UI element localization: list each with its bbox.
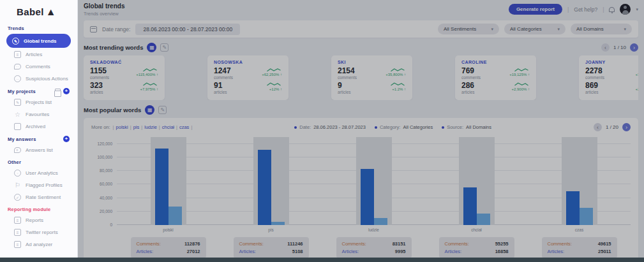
user-menu-chevron-down-icon[interactable]: ▾ — [636, 7, 638, 12]
bullet-icon — [375, 126, 377, 129]
popular-prev-button[interactable]: ‹ — [594, 123, 602, 131]
word-link-ludzie[interactable]: ludzie — [144, 124, 157, 130]
stat-articles-value: 25011 — [598, 248, 611, 256]
sidebar-section-trends: Trends — [0, 22, 77, 33]
chart-meta: Date: 28.06.2023 - 28.07.2023 Category: … — [294, 124, 491, 130]
sidebar-item-reports[interactable]: ≡ Reports — [0, 214, 77, 226]
stat-comments-value: 83151 — [393, 240, 406, 248]
y-tick-label: 100,000 — [98, 155, 113, 159]
sidebar-item-answers-list[interactable]: ≡ Answers list — [0, 144, 77, 156]
popular-pagination: 1 / 20 — [606, 124, 618, 130]
comments-bar — [155, 149, 168, 225]
sparkline-icon — [513, 67, 530, 73]
bullet-icon — [294, 126, 297, 129]
trending-edit-button[interactable]: ✎ — [160, 43, 168, 52]
archive-icon — [14, 123, 21, 130]
comments-change: +3,250% ↑ — [635, 73, 638, 76]
sidebar-item-twitter-reports[interactable]: ≡ Twitter reports — [0, 226, 77, 238]
sidebar-item-flagged-profiles[interactable]: ⚐ Flagged Profiles — [0, 179, 77, 191]
more-on-label: More on: — [91, 124, 110, 130]
meta-category: Category: All Categories — [375, 124, 433, 130]
stat-articles-value: 27012 — [187, 248, 200, 256]
user-avatar[interactable] — [620, 4, 631, 15]
trending-word: NOSOWSKA — [214, 60, 282, 64]
main-content: Global trends Trends overview Generate r… — [78, 0, 644, 262]
comments-change: +19,125% ↑ — [509, 73, 530, 76]
twitter-report-icon: ≡ — [14, 229, 21, 236]
chevron-down-icon: ▾ — [624, 27, 626, 32]
sidebar-item-projects-list[interactable]: ✎ Projects list — [0, 96, 77, 108]
sidebar-item-archived[interactable]: Archived — [0, 120, 77, 133]
popular-table-view-button[interactable]: ▦ — [145, 105, 154, 115]
date-range-value[interactable]: 28.06.2023 00:00 - 28.07.2023 00:00 — [135, 24, 240, 35]
add-answer-button[interactable]: + — [63, 136, 70, 142]
y-tick-label: 0 — [110, 222, 112, 227]
articles-bar — [580, 208, 593, 225]
x-tick-label: czas — [528, 228, 631, 232]
trending-card[interactable]: JOANNY 2278 comments +3,250% ↑ 869 artic… — [579, 55, 638, 100]
sidebar-item-favourites[interactable]: ☆ Favourites — [0, 108, 77, 120]
stat-comments-value: 112876 — [184, 240, 200, 248]
comment-icon: ·· — [14, 64, 21, 69]
answers-icon: ≡ — [14, 147, 21, 153]
x-tick-label: polski — [117, 228, 220, 232]
trending-word: SKŁADOWAĆ — [90, 60, 158, 64]
sparkline-icon — [513, 82, 530, 87]
sidebar-item-comments[interactable]: ·· Comments — [0, 61, 77, 73]
bullet-icon — [442, 126, 444, 129]
categories-dropdown[interactable]: All Categories ▾ — [504, 24, 565, 34]
word-link-polski[interactable]: polski — [116, 124, 128, 130]
comments-count: 1247 — [214, 67, 233, 75]
articles-change: +1.2% ↑ — [389, 87, 406, 91]
sidebar-item-ad-analyzer[interactable]: ≡ Ad analyzer — [0, 238, 77, 251]
sentiments-dropdown[interactable]: All Sentiments ▾ — [438, 24, 499, 34]
trending-card[interactable]: NOSOWSKA 1247 comments +62,250% ↑ 91 art… — [207, 55, 288, 100]
articles-change: +7,975% ↑ — [140, 87, 158, 91]
chart-group — [220, 137, 322, 225]
sidebar-item-suspicious-actions[interactable]: ·· Suspicious Actions — [0, 73, 77, 85]
popular-edit-button[interactable]: ✎ — [158, 106, 167, 114]
articles-bar — [477, 214, 490, 225]
divider: | — [567, 6, 569, 13]
trending-prev-button[interactable]: ‹ — [601, 43, 610, 52]
y-tick-label: 40,000 — [100, 196, 112, 200]
trending-card[interactable]: CAROLINE 769 comments +19,125% ↑ 286 art… — [455, 55, 536, 100]
word-link-chcial[interactable]: chciał — [162, 124, 174, 130]
bar-chart: 020,00040,00060,00080,000100,000120,000 — [91, 137, 631, 225]
app-logo[interactable]: Babel ▲ — [0, 4, 77, 22]
sidebar-item-user-analytics[interactable]: ◦ User Analytics — [0, 167, 77, 179]
app-logo-triangle-icon: ▲ — [46, 7, 56, 17]
category-band — [356, 137, 392, 225]
sidebar-item-global-trends[interactable]: ✎ Global trends — [6, 34, 71, 48]
y-tick-label: 80,000 — [100, 168, 112, 173]
trend-pencil-icon: ✎ — [12, 38, 19, 45]
articles-change: +2,900% ↑ — [511, 87, 530, 91]
trending-card[interactable]: SKI 2154 comments +35,800% ↑ 9 articles … — [331, 55, 412, 100]
trending-next-button[interactable]: › — [630, 43, 638, 52]
popular-section-header: Most popular words ▦ ✎ — [84, 105, 638, 115]
chart-group — [528, 137, 631, 225]
chart-group — [322, 137, 425, 225]
chart-stats-row: Comments:112876 Articles:27012 Comments:… — [117, 237, 631, 258]
popular-words-chart-card: More on: | polski | pis | ludzie | chcia… — [84, 118, 638, 262]
suspicious-face-icon: ·· — [14, 75, 21, 82]
chevron-down-icon: ▾ — [491, 27, 493, 32]
manage-projects-icon[interactable] — [55, 89, 61, 94]
notifications-bell-icon[interactable] — [609, 7, 615, 12]
trending-table-view-button[interactable]: ▦ — [147, 43, 156, 52]
popular-next-button[interactable]: › — [622, 123, 631, 131]
word-link-czas[interactable]: czas — [179, 124, 189, 130]
sidebar-item-articles[interactable]: ≡ Articles — [0, 48, 77, 61]
generate-report-button[interactable]: Generate report — [509, 4, 562, 15]
trending-word: SKI — [338, 60, 406, 64]
sparkline-icon — [637, 82, 638, 87]
get-help-link[interactable]: Get help? — [574, 6, 597, 13]
y-axis: 020,00040,00060,00080,000100,000120,000 — [91, 137, 117, 225]
sidebar-item-rate-sentiment[interactable]: ✓ Rate Sentiment — [0, 191, 77, 203]
domains-dropdown[interactable]: All Domains ▾ — [571, 24, 632, 34]
add-project-button[interactable]: + — [63, 88, 70, 94]
articles-change: +2,795% ↑ — [635, 87, 638, 91]
trending-card[interactable]: SKŁADOWAĆ 1155 comments +115,400% ↑ 323 … — [84, 55, 165, 100]
word-link-pis[interactable]: pis — [133, 124, 140, 130]
comments-bar — [361, 169, 374, 225]
